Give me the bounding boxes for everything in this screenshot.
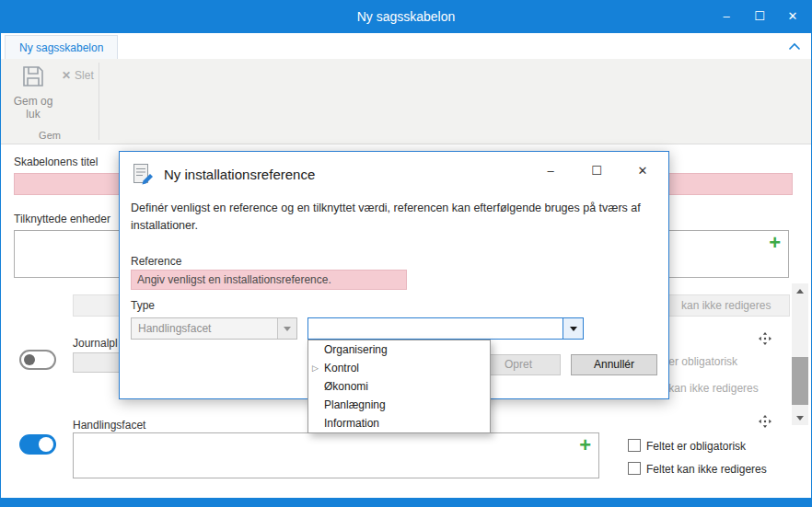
option-planlaegning[interactable]: Planlægning bbox=[308, 396, 490, 414]
scroll-up-button[interactable] bbox=[792, 283, 808, 298]
delete-label: Slet bbox=[75, 69, 94, 82]
window-title: Ny sagsskabelon bbox=[1, 0, 811, 33]
dialog-description: Definér venligst en reference og en tilk… bbox=[131, 200, 657, 236]
move-icon bbox=[758, 414, 772, 429]
save-and-close-label: Gem og luk bbox=[6, 95, 60, 121]
close-icon[interactable]: ✕ bbox=[776, 0, 809, 33]
facet-type-combobox: Handlingsfacet bbox=[131, 317, 297, 340]
reference-value-combobox[interactable] bbox=[307, 317, 584, 340]
disabled-field-text: kan ikke redigeres bbox=[681, 295, 771, 316]
option-organisering[interactable]: Organisering bbox=[308, 340, 490, 359]
save-icon bbox=[19, 63, 47, 90]
toggle-knob bbox=[24, 354, 35, 365]
option-kontrol[interactable]: ▷Kontrol bbox=[308, 359, 490, 377]
facet-row-label: Handlingsfacet bbox=[73, 419, 145, 432]
tab-ny-sagsskabelon[interactable]: Ny sagsskabelon bbox=[5, 35, 118, 59]
dialog-minimize-icon[interactable]: – bbox=[532, 164, 569, 178]
dialog-reference-icon bbox=[131, 163, 155, 190]
chevron-up-icon bbox=[788, 42, 801, 51]
ribbon-group-label: Gem bbox=[1, 130, 99, 141]
add-facet-icon[interactable]: + bbox=[579, 433, 591, 457]
facet-toggle-on[interactable] bbox=[19, 434, 56, 455]
scroll-down-icon bbox=[796, 416, 804, 421]
delete-button[interactable]: ✕ Slet bbox=[62, 66, 94, 85]
type-label: Type bbox=[131, 299, 155, 312]
cancel-button[interactable]: Annullér bbox=[571, 354, 657, 375]
facet-readonly-checkbox[interactable] bbox=[628, 462, 641, 475]
toggle-knob bbox=[39, 437, 53, 452]
option-okonomi[interactable]: Økonomi bbox=[308, 377, 490, 396]
window-bottom-border bbox=[1, 498, 811, 507]
save-and-close-button[interactable]: Gem og luk bbox=[6, 63, 60, 140]
add-unit-icon[interactable]: + bbox=[769, 231, 781, 255]
journal-toggle-off[interactable] bbox=[19, 350, 56, 370]
expander-icon[interactable]: ▷ bbox=[312, 359, 319, 377]
facet-readonly-label: Feltet kan ikke redigeres bbox=[646, 463, 767, 476]
move-icon bbox=[758, 331, 772, 346]
facet-required-checkbox[interactable] bbox=[628, 439, 641, 452]
dialog-window-controls: – ☐ ✕ bbox=[532, 164, 661, 178]
journal-row-label: Journalpl bbox=[73, 337, 118, 350]
facet-required-label: Feltet er obligatorisk bbox=[646, 440, 746, 453]
reference-label: Reference bbox=[131, 255, 181, 268]
delete-icon: ✕ bbox=[62, 69, 71, 82]
minimize-icon[interactable]: – bbox=[710, 0, 743, 33]
ribbon-separator bbox=[99, 63, 99, 140]
journal-drag-handle[interactable] bbox=[758, 331, 772, 350]
app-window: Ny sagsskabelon – ☐ ✕ Ny sagsskabelon Ge… bbox=[0, 0, 812, 507]
option-information[interactable]: Information bbox=[308, 414, 490, 432]
facet-row-input[interactable]: + bbox=[73, 432, 599, 478]
option-kontrol-label: Kontrol bbox=[324, 362, 359, 374]
dropdown-arrow-icon bbox=[570, 327, 577, 331]
vertical-scrollbar[interactable] bbox=[792, 283, 808, 425]
reference-dropdown-button[interactable] bbox=[563, 318, 583, 339]
window-controls: – ☐ ✕ bbox=[710, 0, 809, 33]
template-title-label: Skabelonens titel bbox=[14, 156, 98, 168]
scroll-up-icon bbox=[796, 289, 804, 294]
reference-input[interactable] bbox=[131, 270, 407, 290]
facet-drag-handle[interactable] bbox=[758, 414, 772, 432]
dropdown-arrow-icon bbox=[284, 327, 291, 331]
dialog-close-icon[interactable]: ✕ bbox=[624, 164, 661, 178]
scroll-down-button[interactable] bbox=[792, 410, 808, 425]
maximize-icon[interactable]: ☐ bbox=[743, 0, 776, 33]
new-installation-reference-dialog: Ny installationsreference – ☐ ✕ Definér … bbox=[119, 151, 669, 399]
facet-type-value: Handlingsfacet bbox=[138, 318, 211, 339]
scrollbar-thumb[interactable] bbox=[792, 357, 808, 405]
ribbon: Gem og luk ✕ Slet Gem bbox=[1, 59, 811, 144]
dropdown-option-list: Organisering ▷Kontrol Økonomi Planlægnin… bbox=[307, 340, 491, 433]
dialog-title: Ny installationsreference bbox=[164, 167, 315, 182]
tab-bar: Ny sagsskabelon bbox=[1, 33, 811, 59]
ribbon-collapse-button[interactable] bbox=[783, 38, 806, 54]
linked-units-label: Tilknyttede enheder bbox=[14, 213, 110, 225]
titlebar: Ny sagsskabelon – ☐ ✕ bbox=[1, 0, 811, 33]
dialog-maximize-icon[interactable]: ☐ bbox=[578, 164, 615, 178]
facet-type-dropdown-button bbox=[277, 318, 296, 339]
